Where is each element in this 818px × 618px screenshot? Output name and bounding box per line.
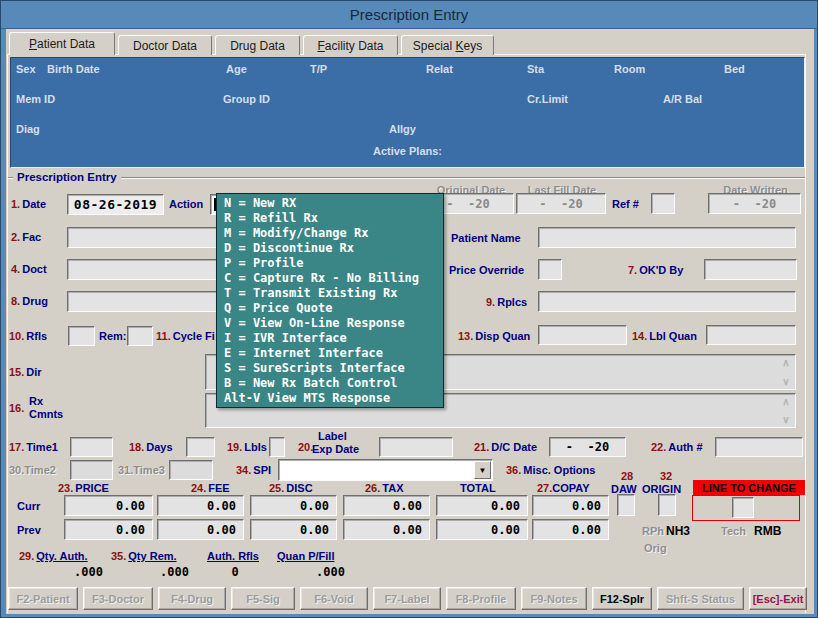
menu-item-internet-interface[interactable]: E = Internet Interface bbox=[217, 346, 443, 361]
time1-field[interactable] bbox=[70, 437, 113, 457]
rplcs-field[interactable] bbox=[538, 291, 796, 312]
rplcs-label: 9.Rplcs bbox=[486, 296, 527, 308]
relat-label: Relat bbox=[426, 63, 453, 75]
ref-field[interactable] bbox=[651, 193, 675, 214]
menu-item-surescripts-interface[interactable]: S = SureScripts Interface bbox=[217, 361, 443, 376]
menu-item-capture-rx[interactable]: C = Capture Rx - No Billing bbox=[217, 271, 443, 286]
cycle-fill-label: 11.Cycle Fi bbox=[156, 330, 215, 342]
ref-label: Ref # bbox=[612, 198, 639, 210]
tab-drug-data[interactable]: Drug Data bbox=[215, 35, 300, 55]
menu-item-view-online-response[interactable]: V = View On-Line Response bbox=[217, 316, 443, 331]
total-header: TOTAL bbox=[460, 482, 496, 494]
days-field[interactable] bbox=[186, 437, 215, 457]
scroll-up-icon[interactable]: ∧ bbox=[779, 395, 793, 408]
curr-copay-field[interactable]: 0.00 bbox=[532, 495, 609, 516]
dir-label: 15.Dir bbox=[9, 366, 42, 378]
patient-name-field[interactable] bbox=[538, 227, 796, 248]
okd-by-label: 7.OK'D By bbox=[628, 264, 683, 276]
menu-item-refill-rx[interactable]: R = Refill Rx bbox=[217, 211, 443, 226]
birth-date-label: Birth Date bbox=[47, 63, 100, 75]
date-field[interactable]: 08-26-2019 bbox=[67, 194, 164, 215]
scroll-up-icon[interactable]: ∧ bbox=[779, 356, 793, 369]
fac-label: 2.Fac bbox=[11, 231, 41, 243]
groupbox-title: Prescription Entry bbox=[13, 171, 121, 183]
auth-rfls-block: Auth. Rfls 0 bbox=[207, 550, 263, 579]
esc-exit-button[interactable]: [Esc]-Exit bbox=[749, 587, 807, 610]
menu-item-transmit-rx[interactable]: T = Transmit Existing Rx bbox=[217, 286, 443, 301]
origin-field[interactable] bbox=[658, 494, 676, 516]
curr-disc-field[interactable]: 0.00 bbox=[250, 495, 337, 516]
daw-field[interactable] bbox=[617, 494, 635, 516]
okd-by-field[interactable] bbox=[704, 259, 797, 280]
f2-patient-button: F2-Patient bbox=[8, 587, 78, 610]
quan-pfill-value: .000 bbox=[277, 565, 345, 579]
prev-disc-field: 0.00 bbox=[250, 519, 337, 540]
rfls-label: 10.Rfls bbox=[9, 330, 47, 342]
auth-num-field[interactable] bbox=[715, 437, 803, 457]
tech-label: Tech bbox=[721, 525, 746, 537]
lbls-field[interactable] bbox=[269, 437, 285, 457]
scroll-down-icon[interactable]: ∨ bbox=[779, 413, 793, 426]
title-bar: Prescription Entry bbox=[1, 1, 817, 29]
time1-label: 17.Time1 bbox=[9, 441, 58, 453]
qty-auth-value: .000 bbox=[19, 565, 103, 579]
tab-special-keys[interactable]: Special Keys bbox=[401, 35, 494, 55]
f8-profile-button: F8-Profile bbox=[446, 587, 516, 610]
rem-field[interactable] bbox=[127, 326, 153, 346]
dc-date-field[interactable]: - -20 bbox=[549, 437, 626, 457]
price-header: 23.PRICE bbox=[58, 482, 109, 494]
rfls-field[interactable] bbox=[68, 326, 95, 346]
curr-fee-field[interactable]: 0.00 bbox=[157, 495, 244, 516]
last-fill-date-field[interactable]: - -20 bbox=[516, 193, 606, 214]
sta-label: Sta bbox=[527, 63, 544, 75]
tax-header: 26.TAX bbox=[365, 482, 403, 494]
curr-tax-field[interactable]: 0.00 bbox=[343, 495, 430, 516]
window-title: Prescription Entry bbox=[350, 6, 468, 23]
disp-quan-field[interactable] bbox=[538, 325, 627, 345]
f12-splr-button[interactable]: F12-Splr bbox=[592, 587, 652, 610]
allgy-label: Allgy bbox=[389, 123, 416, 135]
f9-notes-button: F9-Notes bbox=[521, 587, 587, 610]
menu-item-view-mts-response[interactable]: Alt-V View MTS Response bbox=[217, 391, 443, 406]
date-written-field[interactable]: - -20 bbox=[708, 193, 801, 214]
spi-combobox[interactable]: ▼ bbox=[278, 459, 493, 481]
quan-pfill-block: Quan P/Fill .000 bbox=[277, 550, 345, 579]
age-label: Age bbox=[226, 63, 247, 75]
tab-facility-data[interactable]: Facility Data bbox=[303, 35, 398, 55]
orig-label: Orig bbox=[644, 542, 667, 554]
ar-bal-label: A/R Bal bbox=[663, 93, 702, 105]
patient-name-label: Patient Name bbox=[451, 232, 521, 244]
menu-item-new-rx-batch-control[interactable]: B = New Rx Batch Control bbox=[217, 376, 443, 391]
curr-total-field[interactable]: 0.00 bbox=[436, 495, 528, 516]
menu-item-profile[interactable]: P = Profile bbox=[217, 256, 443, 271]
curr-row-label: Curr bbox=[17, 500, 40, 512]
copay-header: 27.COPAY bbox=[537, 482, 590, 494]
menu-item-ivr-interface[interactable]: I = IVR Interface bbox=[217, 331, 443, 346]
daw-number: 28 bbox=[621, 470, 635, 482]
scroll-down-icon[interactable]: ∨ bbox=[779, 375, 793, 388]
curr-price-field[interactable]: 0.00 bbox=[64, 495, 153, 516]
line-to-change-field[interactable] bbox=[732, 497, 754, 518]
price-override-label: Price Override bbox=[449, 264, 524, 276]
days-label: 18.Days bbox=[129, 441, 173, 453]
qty-rem-block: 35.Qty Rem. .000 bbox=[111, 550, 189, 579]
group-id-label: Group ID bbox=[223, 93, 270, 105]
active-plans-label: Active Plans: bbox=[11, 145, 804, 157]
lbl-quan-field[interactable] bbox=[706, 325, 796, 345]
menu-item-modify-rx[interactable]: M = Modify/Change Rx bbox=[217, 226, 443, 241]
time2-label: 30.Time2 bbox=[9, 464, 56, 476]
rph-value: NH3 bbox=[666, 524, 690, 538]
chevron-down-icon[interactable]: ▼ bbox=[474, 461, 491, 479]
menu-item-price-quote[interactable]: Q = Price Quote bbox=[217, 301, 443, 316]
menu-item-discontinue-rx[interactable]: D = Discontinue Rx bbox=[217, 241, 443, 256]
fee-header: 24.FEE bbox=[191, 482, 230, 494]
app-window: Prescription Entry Patient Data Doctor D… bbox=[0, 0, 818, 618]
tab-patient-data[interactable]: Patient Data bbox=[9, 32, 115, 55]
origin-number: 32 bbox=[660, 470, 674, 482]
bed-label: Bed bbox=[724, 63, 745, 75]
label-exp-date-field[interactable] bbox=[379, 437, 453, 457]
price-override-field[interactable] bbox=[538, 259, 562, 280]
tab-doctor-data[interactable]: Doctor Data bbox=[118, 35, 212, 55]
menu-item-new-rx[interactable]: N = New RX bbox=[217, 196, 443, 211]
line-to-change-banner: LINE TO CHANGE bbox=[693, 480, 805, 495]
